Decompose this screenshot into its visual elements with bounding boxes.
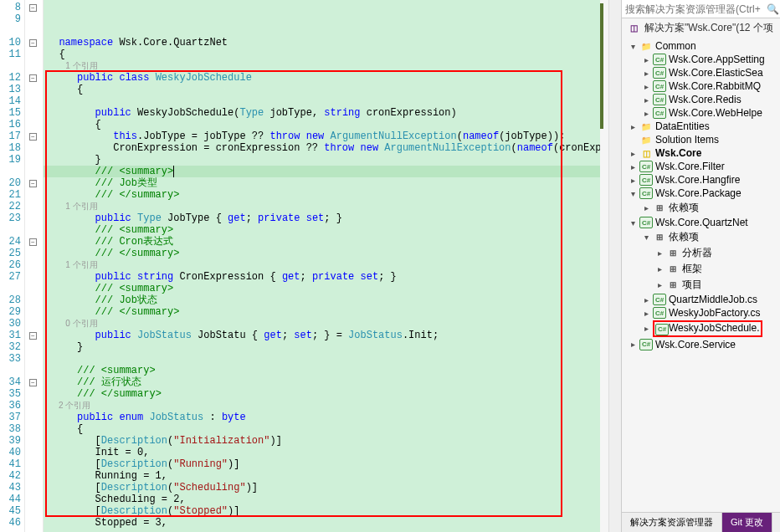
tree-item[interactable]: ▸C#Wsk.Core.Redis: [625, 93, 780, 106]
code-line[interactable]: }: [44, 154, 600, 166]
code-line[interactable]: CronExpression = cronExpression ?? throw…: [44, 142, 600, 154]
tree-item[interactable]: ▸C#QuartzMiddleJob.cs: [625, 293, 780, 306]
code-line[interactable]: {: [44, 423, 600, 435]
code-line[interactable]: [Description("Scheduling")]: [44, 482, 600, 494]
tree-item[interactable]: ▸C#Wsk.Core.RabbitMQ: [625, 79, 780, 93]
codelens-row[interactable]: 0 个引用: [44, 318, 600, 330]
code-line[interactable]: /// 运行状态: [44, 376, 600, 388]
code-line[interactable]: public JobStatus JobStatu { get; set; } …: [44, 330, 600, 341]
tab-solution-explorer[interactable]: 解决方案资源管理器: [622, 513, 722, 532]
code-line[interactable]: /// Job类型: [44, 177, 600, 189]
expand-toggle-icon[interactable]: ▸: [642, 204, 650, 212]
code-line[interactable]: {: [44, 119, 600, 130]
codelens-row[interactable]: [44, 95, 600, 107]
expand-toggle-icon[interactable]: ▸: [642, 95, 650, 104]
codelens-row[interactable]: 2 个引用: [44, 400, 600, 412]
expand-toggle-icon[interactable]: ▾: [642, 233, 650, 242]
tree-item[interactable]: ▸C#Wsk.Core.WebHelpe: [625, 106, 780, 120]
expand-toggle-icon[interactable]: ▸: [642, 82, 650, 90]
fold-toggle[interactable]: −: [29, 133, 37, 141]
code-line[interactable]: Stopped = 3,: [44, 517, 600, 529]
tree-item[interactable]: ▸📁Solution Items: [625, 133, 780, 146]
tab-git-changes[interactable]: Git 更改: [722, 513, 772, 532]
expand-toggle-icon[interactable]: ▸: [642, 109, 650, 117]
code-line[interactable]: /// <summary>: [44, 365, 600, 376]
fold-toggle[interactable]: −: [29, 74, 37, 82]
codelens-row[interactable]: 1 个引用: [44, 60, 600, 72]
tree-item[interactable]: ▸⊞框架: [625, 261, 780, 277]
tree-item[interactable]: ▸⊞分析器: [625, 245, 780, 261]
tree-item[interactable]: ▸C#Wsk.Core.Service: [625, 338, 780, 351]
tree-item[interactable]: ▸⊞依赖项: [625, 200, 780, 216]
code-line[interactable]: {: [44, 84, 600, 95]
tree-item[interactable]: ▸C#WeskyJobSchedule.: [625, 320, 780, 338]
expand-toggle-icon[interactable]: ▸: [629, 340, 637, 349]
code-line[interactable]: public WeskyJobSchedule(Type jobType, st…: [44, 107, 600, 119]
code-line[interactable]: namespace Wsk.Core.QuartzNet: [44, 37, 600, 49]
expand-toggle-icon[interactable]: ▾: [629, 42, 637, 50]
tree-item[interactable]: ▸C#Wsk.Core.ElasticSea: [625, 66, 780, 79]
solution-title-row[interactable]: ◫ 解决方案"Wsk.Core"(12 个项: [622, 18, 780, 38]
expand-toggle-icon[interactable]: ▸: [629, 122, 637, 130]
expand-toggle-icon[interactable]: ▸: [629, 149, 637, 157]
code-line[interactable]: this.JobType = jobType ?? throw new Argu…: [44, 130, 600, 142]
fold-toggle[interactable]: −: [29, 379, 37, 386]
expand-toggle-icon[interactable]: ▸: [642, 69, 650, 77]
code-line[interactable]: /// Job状态: [44, 294, 600, 306]
code-line[interactable]: [Description("Initialization")]: [44, 435, 600, 447]
tree-item[interactable]: ▸C#Wsk.Core.AppSetting: [625, 53, 780, 66]
codelens-row[interactable]: 1 个引用: [44, 201, 600, 212]
code-line[interactable]: /// <summary>: [44, 166, 600, 177]
code-line[interactable]: /// </summary>: [44, 388, 600, 400]
code-line[interactable]: [Description("Stopped")]: [44, 505, 600, 517]
code-line[interactable]: /// Cron表达式: [44, 236, 600, 248]
tree-item[interactable]: ▸C#Wsk.Core.Hangfire: [625, 173, 780, 187]
expand-toggle-icon[interactable]: ▸: [655, 249, 664, 258]
code-line[interactable]: /// </summary>: [44, 189, 600, 201]
code-line[interactable]: /// </summary>: [44, 306, 600, 318]
fold-toggle[interactable]: −: [29, 238, 37, 246]
code-line[interactable]: {: [44, 49, 600, 60]
code-line[interactable]: public string CronExpression { get; priv…: [44, 271, 600, 283]
expand-toggle-icon[interactable]: ▾: [629, 189, 637, 197]
expand-toggle-icon[interactable]: ▾: [629, 218, 637, 227]
code-line[interactable]: /// <summary>: [44, 283, 600, 294]
tree-item[interactable]: ▸C#WeskyJobFactory.cs: [625, 306, 780, 320]
expand-toggle-icon[interactable]: ▸: [642, 295, 650, 304]
code-line[interactable]: /// <summary>: [44, 224, 600, 236]
code-line[interactable]: Running = 1,: [44, 470, 600, 482]
codelens-row[interactable]: 1 个引用: [44, 259, 600, 271]
tree-item[interactable]: ▸⊞项目: [625, 277, 780, 293]
tree-item[interactable]: ▾📁Common: [625, 39, 780, 53]
fold-toggle[interactable]: −: [29, 332, 37, 340]
expand-toggle-icon[interactable]: ▸: [642, 309, 650, 317]
code-line[interactable]: [44, 353, 600, 365]
tree-item[interactable]: ▾C#Wsk.Core.QuartzNet: [625, 216, 780, 229]
search-input[interactable]: [622, 2, 765, 17]
expand-toggle-icon[interactable]: ▸: [629, 162, 637, 171]
search-icon[interactable]: 🔍: [765, 3, 780, 15]
tree-item[interactable]: ▸◫Wsk.Core: [625, 146, 780, 160]
code-line[interactable]: /// </summary>: [44, 248, 600, 259]
tree-item[interactable]: ▾C#Wsk.Core.Package: [625, 187, 780, 200]
expand-toggle-icon[interactable]: ▸: [642, 325, 650, 333]
tree-item[interactable]: ▸📁DataEntities: [625, 120, 780, 133]
code-line[interactable]: }: [44, 341, 600, 353]
code-line[interactable]: [Description("Running")]: [44, 458, 600, 470]
fold-toggle[interactable]: −: [29, 180, 37, 187]
code-line[interactable]: public class WeskyJobSchedule: [44, 72, 600, 84]
expand-toggle-icon[interactable]: ▸: [655, 281, 664, 289]
fold-toggle[interactable]: −: [29, 4, 37, 12]
code-line[interactable]: public enum JobStatus : byte: [44, 412, 600, 423]
expand-toggle-icon[interactable]: ▸: [655, 265, 664, 274]
expand-toggle-icon[interactable]: ▸: [642, 55, 650, 64]
tree-item[interactable]: ▸C#Wsk.Core.Filter: [625, 160, 780, 173]
tree-item[interactable]: ▾⊞依赖项: [625, 229, 780, 245]
code-line[interactable]: Scheduling = 2,: [44, 494, 600, 505]
fold-toggle[interactable]: −: [29, 39, 37, 47]
vertical-scrollbar[interactable]: [608, 0, 621, 532]
code-line[interactable]: Init = 0,: [44, 447, 600, 458]
code-line[interactable]: [44, 529, 600, 532]
expand-toggle-icon[interactable]: ▸: [629, 176, 637, 184]
code-line[interactable]: public Type JobType { get; private set; …: [44, 212, 600, 224]
